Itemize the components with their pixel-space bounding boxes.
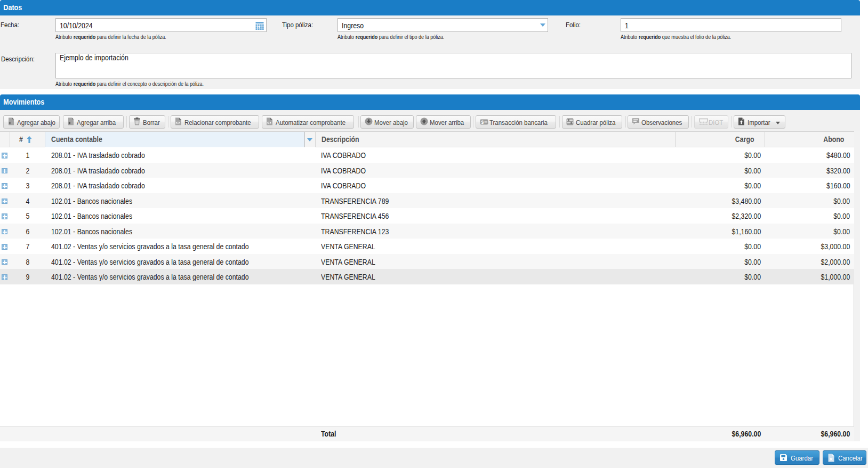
- svg-text:$: $: [481, 119, 484, 124]
